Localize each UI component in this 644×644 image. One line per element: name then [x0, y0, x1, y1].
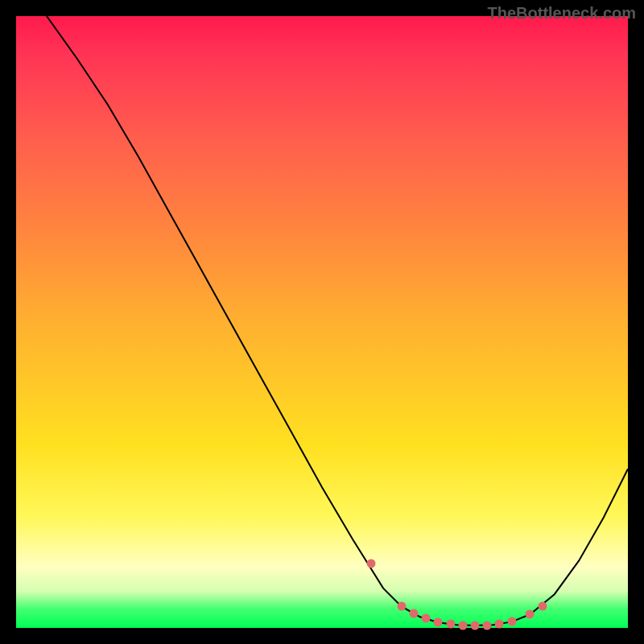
marker-layer: [16, 16, 628, 628]
marker-dot: [458, 621, 467, 630]
marker-dot: [526, 610, 535, 619]
marker-dot: [483, 621, 492, 630]
plot-area: [16, 16, 628, 628]
marker-dot: [366, 559, 375, 568]
marker-dot: [538, 601, 547, 610]
marker-dot: [446, 620, 455, 629]
marker-dot: [495, 619, 504, 628]
marker-dot: [422, 613, 431, 622]
marker-dot: [507, 617, 516, 626]
marker-dot: [410, 609, 419, 617]
watermark-text: TheBottleneck.com: [488, 4, 636, 23]
marker-dot: [397, 602, 406, 611]
marker-dot: [434, 618, 443, 627]
marker-dot: [471, 621, 480, 630]
